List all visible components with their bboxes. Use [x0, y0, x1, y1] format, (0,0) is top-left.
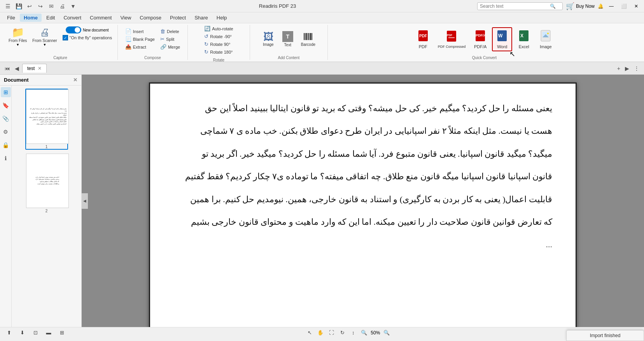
split-button[interactable]: ✂ Split — [158, 35, 182, 43]
fit-page-button[interactable]: ⊡ — [31, 329, 40, 337]
menu-view[interactable]: View — [116, 14, 135, 22]
add-content-label: Add Content — [278, 55, 300, 60]
tab-add-button[interactable]: + — [616, 65, 622, 72]
rotate-180-icon: ↻ — [204, 49, 208, 55]
mouse-cursor-icon: ↖ — [509, 50, 515, 58]
hand-tool-button[interactable]: ✋ — [316, 329, 325, 337]
rotate-neg90-button[interactable]: ↺ Rotate -90° — [202, 33, 235, 40]
sidebar-security-icon[interactable]: 🔒 — [1, 140, 11, 150]
text-button[interactable]: T Text — [279, 30, 296, 49]
delete-button[interactable]: 🗑 Delete — [158, 28, 182, 35]
svg-rect-3 — [307, 33, 308, 40]
menu-help[interactable]: Help — [213, 14, 231, 22]
thumbnail-1-text: یعنی مسئله را حل کردید؟ میگیم خیر. کی حل… — [26, 107, 68, 127]
menu-convert[interactable]: Convert — [60, 14, 85, 22]
auto-rotate-button[interactable]: 🔄 Auto-rotate — [202, 25, 235, 32]
sidebar-collapse-button[interactable]: ◀ — [82, 193, 88, 209]
pdf-a-button[interactable]: PDF/A PDF/A — [470, 28, 490, 51]
search-icon[interactable]: 🔍 — [550, 3, 556, 9]
scroll-up-button[interactable]: ⬆ — [5, 329, 13, 337]
sidebar-content: ⊞ 🔖 📎 ⚙ 🔒 ℹ یعنی مسئله را حل کردید؟ میگی… — [0, 86, 81, 327]
blank-page-label: Blank Page — [133, 37, 155, 42]
menu-file[interactable]: File — [3, 14, 19, 22]
menu-comment[interactable]: Comment — [86, 14, 116, 22]
zoom-level: 50% — [371, 330, 380, 336]
sidebar-settings-icon[interactable]: ⚙ — [1, 127, 11, 137]
close-button[interactable]: ✕ — [632, 2, 641, 11]
rotate-180-button[interactable]: ↻ Rotate 180° — [202, 48, 235, 56]
rotate-90-button[interactable]: ↻ Rotate 90° — [202, 40, 235, 48]
insert-button[interactable]: 📄 Insert — [123, 28, 157, 35]
tab-nav-prev[interactable]: ◀ — [13, 65, 21, 72]
barcode-button[interactable]: Barcode — [299, 30, 318, 49]
excel-button[interactable]: X Excel — [514, 28, 534, 51]
tab-test[interactable]: test ✕ — [22, 64, 47, 73]
search-box[interactable]: 🔍 — [477, 2, 563, 10]
menu-home[interactable]: Home — [20, 14, 42, 22]
image-convert-button[interactable]: Image — [536, 28, 556, 51]
undo-icon[interactable]: ↩ — [25, 2, 34, 11]
menu-share[interactable]: Share — [191, 14, 212, 22]
from-scanner-button[interactable]: 🖨 From Scanner ▼ — [31, 25, 58, 48]
tab-nav-next[interactable]: ▶ — [623, 65, 631, 72]
grid-view-button[interactable]: ⊞ — [58, 329, 66, 337]
thumbnail-1-number: 1 — [26, 145, 67, 149]
statusbar-center: ↖ ✋ ⛶ ↻ ↕ 🔍 50% 🔍 — [305, 329, 391, 337]
flip-button[interactable]: ↕ — [349, 329, 357, 337]
zoom-out-button[interactable]: 🔍 — [360, 329, 368, 337]
pdf-compressed-svg: PDF — [445, 30, 458, 42]
word-button[interactable]: W Word ↖ — [492, 27, 512, 51]
tab-nav-last[interactable]: ⋮ — [632, 65, 641, 72]
pdf-button[interactable]: PDF PDF — [413, 28, 433, 51]
minimize-button[interactable]: — — [607, 2, 616, 11]
pdf-compressed-button[interactable]: PDF PDF Compressed — [435, 28, 469, 50]
pdf-label: PDF — [419, 44, 427, 49]
menu-protect[interactable]: Protect — [166, 14, 190, 22]
merge-button[interactable]: 🔗 Merge — [158, 43, 182, 51]
thumbnail-2[interactable]: ادامه متن صفحه دوم در اینجا قرار دارد و … — [25, 153, 68, 214]
redo-icon[interactable]: ↪ — [36, 2, 45, 11]
more-icon[interactable]: ▼ — [68, 2, 78, 11]
auto-rotate-label: Auto-rotate — [212, 26, 233, 31]
zoom-in-button[interactable]: 🔍 — [382, 329, 391, 337]
new-document-toggle[interactable] — [66, 26, 81, 33]
blank-page-button[interactable]: 📃 Blank Page — [123, 35, 157, 43]
menu-edit[interactable]: Edit — [42, 14, 59, 22]
rotate-view-button[interactable]: ↻ — [338, 329, 346, 337]
sidebar-header: Document ✕ — [0, 75, 81, 86]
menu-compose[interactable]: Compose — [136, 14, 165, 22]
sidebar-bookmark-icon[interactable]: 🔖 — [1, 100, 11, 110]
page-line-5: قابلیت اعمال( یعنی به کار بردن به کارگیر… — [173, 190, 552, 209]
fit-screen-button[interactable]: ⛶ — [327, 329, 336, 337]
search-input[interactable] — [480, 3, 550, 9]
buy-now-button[interactable]: 🛒 Buy Now — [566, 2, 595, 10]
sidebar-info-icon[interactable]: ℹ — [1, 153, 11, 163]
cursor-tool-button[interactable]: ↖ — [305, 329, 314, 337]
menu-icon[interactable]: ☰ — [3, 2, 12, 11]
page-line-6: که تعارض قوانین قانون صلاحیت دار را تعیی… — [173, 213, 552, 231]
image-icon: 🖼 — [263, 31, 273, 42]
sidebar-attachment-icon[interactable]: 📎 — [1, 114, 11, 124]
tab-nav-first[interactable]: ⏮ — [3, 65, 12, 72]
from-files-button[interactable]: 📁 From Files ▼ — [7, 25, 28, 48]
email-icon[interactable]: ✉ — [47, 2, 56, 11]
capture-label: Capture — [53, 55, 67, 60]
notification-icon[interactable]: 🔔 — [598, 3, 604, 9]
thumbnail-1[interactable]: یعنی مسئله را حل کردید؟ میگیم خیر. کی حل… — [25, 89, 68, 150]
sidebar-thumbnail-icon[interactable]: ⊞ — [1, 87, 11, 97]
image-button[interactable]: 🖼 Image — [260, 30, 277, 49]
from-scanner-dropdown-icon[interactable]: ▼ — [43, 43, 46, 47]
document-area[interactable]: ◀ یعنی مسئله را حل کردید؟ میگیم خیر. کی … — [82, 75, 644, 327]
extract-button[interactable]: 📤 Extract — [123, 43, 157, 51]
from-files-dropdown-icon[interactable]: ▼ — [16, 43, 19, 47]
scroll-down-button[interactable]: ⬇ — [18, 329, 26, 337]
fit-width-button[interactable]: ▬ — [44, 329, 53, 337]
page-line-2: هست یا نیست. مثل اینکه مثلاً ۲ نفر اسپان… — [173, 122, 552, 140]
on-the-fly-checkbox[interactable]: ✓ "On the fly" operations — [63, 35, 112, 40]
delete-label: Delete — [167, 29, 179, 34]
tab-close-icon[interactable]: ✕ — [38, 66, 42, 71]
print-icon[interactable]: 🖨 — [58, 2, 67, 11]
sidebar-close-icon[interactable]: ✕ — [73, 77, 77, 83]
save-icon[interactable]: 💾 — [14, 2, 23, 11]
restore-button[interactable]: ⬜ — [619, 2, 628, 11]
